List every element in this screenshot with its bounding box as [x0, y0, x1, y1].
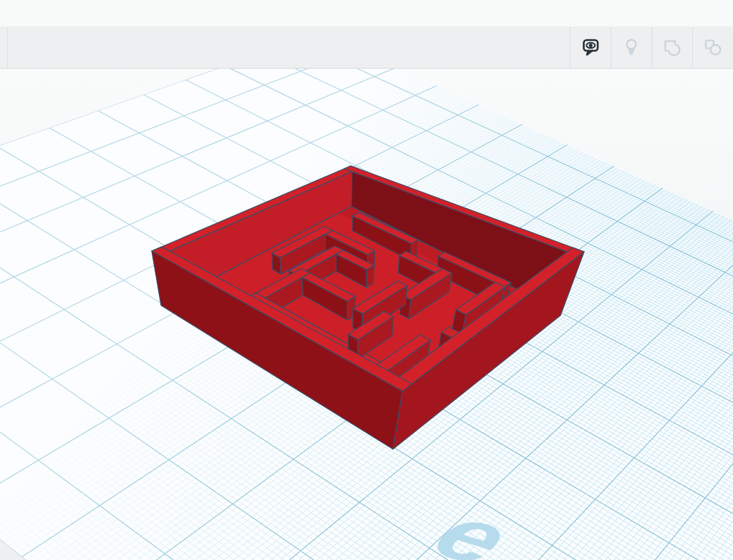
- ungroup-button[interactable]: [692, 27, 733, 68]
- show-all-button[interactable]: [570, 27, 611, 68]
- top-strip: [0, 0, 733, 27]
- toolbar: [0, 27, 733, 69]
- group-icon: [659, 35, 685, 61]
- toolbar-left-divider: [7, 27, 8, 68]
- viewport-3d[interactable]: e: [0, 0, 733, 560]
- lighting-button[interactable]: [611, 27, 651, 68]
- eye-bubble-icon: [578, 35, 603, 61]
- ungroup-icon: [700, 35, 726, 61]
- lightbulb-icon: [618, 35, 644, 61]
- group-button[interactable]: [651, 27, 692, 68]
- toolbar-icon-group: [570, 27, 733, 68]
